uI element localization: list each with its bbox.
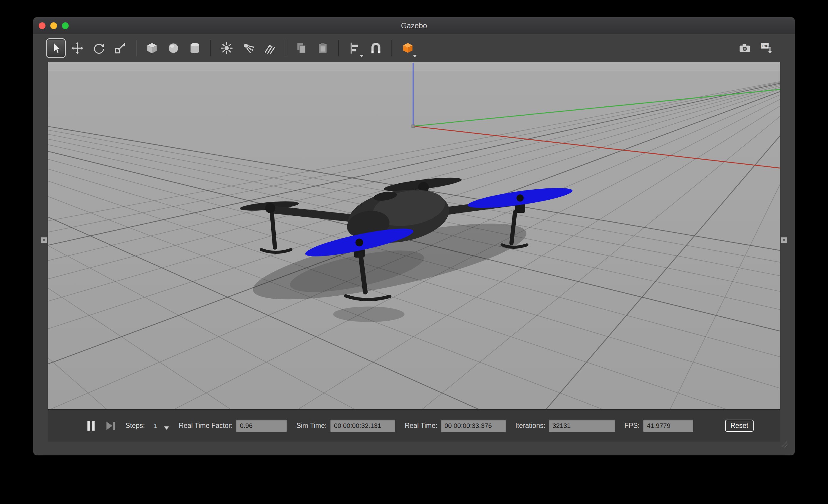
scale-tool-button[interactable] <box>110 38 130 58</box>
pause-button[interactable] <box>86 420 96 431</box>
log-icon-text: LOG <box>762 44 769 48</box>
sim-time-field[interactable]: 00 00:00:32.131 <box>330 420 395 432</box>
spot-light-button[interactable] <box>238 38 258 58</box>
reset-button[interactable]: Reset <box>725 420 754 432</box>
insert-cylinder-button[interactable] <box>185 38 205 58</box>
steps-control: Steps: 1 <box>125 422 169 430</box>
steps-label: Steps: <box>125 422 145 430</box>
step-forward-icon <box>105 421 116 430</box>
zoom-button[interactable] <box>62 22 69 29</box>
real-time-field[interactable]: 00 00:00:33.376 <box>441 420 506 432</box>
view-angle-button[interactable] <box>398 38 418 58</box>
toolbar-separator <box>338 40 339 56</box>
step-button[interactable] <box>105 421 116 430</box>
real-time-factor-field[interactable]: 0.96 <box>236 420 287 432</box>
move-arrows-icon <box>71 41 84 55</box>
cylinder-icon <box>188 41 202 55</box>
scale-arrow-icon <box>113 41 127 55</box>
directional-rays-icon <box>263 41 276 55</box>
log-record-button[interactable]: LOG <box>756 38 776 58</box>
screenshot-button[interactable] <box>735 38 754 58</box>
real-time-label: Real Time: <box>405 422 438 430</box>
toolbar-right-group: LOG <box>734 38 777 58</box>
toolbar-separator <box>210 40 211 56</box>
sphere-icon <box>167 41 180 55</box>
align-icon <box>348 41 361 55</box>
traffic-lights <box>39 17 69 34</box>
steps-value[interactable]: 1 <box>154 422 157 429</box>
3d-scene <box>48 62 780 409</box>
iterations-label: Iterations: <box>515 422 545 430</box>
titlebar[interactable]: Gazebo <box>33 17 795 34</box>
copy-button[interactable] <box>291 38 311 58</box>
log-save-icon: LOG <box>759 41 773 55</box>
leg-shadow <box>333 307 405 322</box>
window-title: Gazebo <box>33 21 795 30</box>
iterations-group: Iterations: 32131 <box>515 420 615 432</box>
insert-box-button[interactable] <box>142 38 162 58</box>
sim-time-group: Sim Time: 00 00:00:32.131 <box>296 420 395 432</box>
snap-tool-button[interactable] <box>366 38 386 58</box>
right-splitter-handle[interactable] <box>781 237 787 243</box>
minimize-button[interactable] <box>50 22 57 29</box>
select-tool-button[interactable] <box>46 38 66 58</box>
sun-icon <box>220 41 234 55</box>
fps-label: FPS: <box>625 422 640 430</box>
simulation-statusbar: Steps: 1 Real Time Factor: 0.96 Sim Time… <box>48 410 780 442</box>
toolbar-separator <box>285 40 286 56</box>
gazebo-window: Gazebo <box>33 17 795 455</box>
chevron-down-icon <box>360 55 364 57</box>
desktop: { "window": { "title": "Gazebo" }, "titl… <box>0 0 828 504</box>
close-button[interactable] <box>39 22 45 29</box>
main-toolbar: LOG <box>33 34 795 62</box>
pause-icon <box>86 420 96 431</box>
spotlight-icon <box>241 41 255 55</box>
orange-cube-icon <box>401 41 415 55</box>
magnet-icon <box>369 41 383 55</box>
rotate-tool-button[interactable] <box>89 38 109 58</box>
chevron-down-icon <box>413 55 417 57</box>
point-light-button[interactable] <box>217 38 237 58</box>
sky <box>48 62 780 72</box>
copy-icon <box>294 41 308 55</box>
toolbar-separator <box>391 40 392 56</box>
cursor-arrow-icon <box>49 41 63 55</box>
left-splitter-handle[interactable] <box>41 237 47 243</box>
rotate-arrows-icon <box>92 41 106 55</box>
real-time-group: Real Time: 00 00:00:33.376 <box>405 420 506 432</box>
real-time-factor-label: Real Time Factor: <box>179 422 233 430</box>
align-tool-button[interactable] <box>345 38 364 58</box>
real-time-factor-group: Real Time Factor: 0.96 <box>179 420 287 432</box>
sim-time-label: Sim Time: <box>296 422 327 430</box>
chevron-down-icon[interactable] <box>164 426 169 430</box>
insert-sphere-button[interactable] <box>164 38 183 58</box>
toolbar-separator <box>136 40 136 56</box>
window-resize-grip[interactable] <box>780 441 788 448</box>
paste-button[interactable] <box>313 38 332 58</box>
translate-tool-button[interactable] <box>68 38 87 58</box>
paste-icon <box>316 41 330 55</box>
origin-marker <box>412 125 415 128</box>
cube-icon <box>145 41 159 55</box>
iterations-field[interactable]: 32131 <box>549 420 615 432</box>
fps-group: FPS: 41.9779 <box>625 420 693 432</box>
render-viewport[interactable] <box>48 62 780 410</box>
directional-light-button[interactable] <box>260 38 279 58</box>
camera-icon <box>738 41 752 55</box>
fps-field[interactable]: 41.9779 <box>643 420 693 432</box>
